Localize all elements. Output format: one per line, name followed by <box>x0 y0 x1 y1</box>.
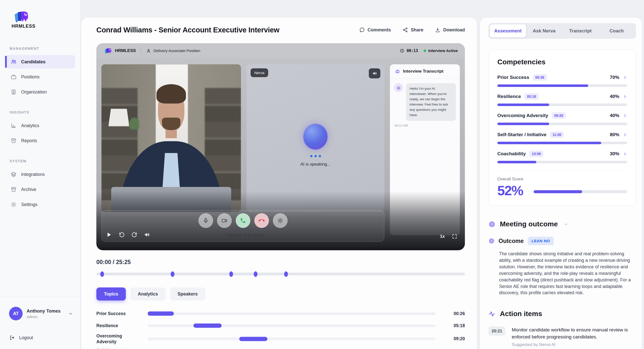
sidebar-item-integrations[interactable]: Integrations <box>5 168 75 181</box>
tab-coach[interactable]: Coach <box>598 24 635 37</box>
transcript-messages[interactable]: Hello! I'm your AI interviewer. When you… <box>390 79 460 132</box>
video-player[interactable]: HRMLESS Delivery Associate Position 00:1… <box>96 43 465 250</box>
seek-marker[interactable] <box>229 271 233 277</box>
archive-box-icon <box>11 138 17 144</box>
call-controls-panel: Interview in progress <box>101 210 384 242</box>
candidate-video-tile <box>101 64 241 212</box>
section-label-system: SYSTEM <box>0 159 80 163</box>
fullscreen-icon[interactable] <box>452 234 457 239</box>
camera-button[interactable] <box>217 213 232 228</box>
sidebar-divider <box>0 296 80 296</box>
ai-speaking-label: AI is speaking... <box>300 162 331 167</box>
sidebar-item-candidates[interactable]: Candidates <box>5 55 75 69</box>
meeting-outcome-title: Meeting outcome <box>500 220 558 228</box>
photo-plant <box>129 118 139 129</box>
seek-marker[interactable] <box>284 271 288 277</box>
rewind-button[interactable] <box>119 232 125 238</box>
logo-text: HRMLESS <box>12 24 80 29</box>
rotate-cw-icon <box>131 232 137 238</box>
call-settings-button[interactable] <box>273 213 288 228</box>
sidebar-item-reports[interactable]: Reports <box>5 134 75 147</box>
activity-icon <box>489 311 495 317</box>
timestamp-badge: 00:26 <box>533 74 547 81</box>
logout-label: Logout <box>19 335 33 340</box>
topic-row[interactable]: Resilience 05:18 <box>96 321 465 330</box>
mic-button[interactable] <box>198 213 213 228</box>
overall-score-bar <box>534 190 627 193</box>
camera-icon <box>221 218 227 224</box>
logout-button[interactable]: Logout <box>0 335 80 340</box>
comments-button[interactable]: Comments <box>359 27 391 33</box>
sidebar-item-organization[interactable]: Organization <box>5 85 75 99</box>
timestamp-badge: 09:20 <box>552 112 566 119</box>
call-status-label: Interview in progress <box>150 232 340 237</box>
user-role: Admin <box>27 315 64 319</box>
play-button[interactable] <box>106 231 112 238</box>
seek-bar[interactable] <box>96 273 465 275</box>
action-item: 20:21 Monitor candidate workflow to ensu… <box>489 326 636 347</box>
message-timestamp: 08:13 AM <box>394 124 456 127</box>
tab-speakers[interactable]: Speakers <box>170 287 205 301</box>
playback-speed[interactable]: 1x <box>440 234 445 239</box>
topic-row[interactable]: Overcoming Adversity 09:20 <box>96 333 465 345</box>
seek-marker[interactable] <box>100 271 104 277</box>
avatar: AT <box>9 307 23 320</box>
topic-segment[interactable] <box>148 312 174 316</box>
competencies-title: Competencies <box>497 58 627 66</box>
clock-icon <box>400 48 404 53</box>
topic-segment[interactable] <box>193 324 222 328</box>
topic-row[interactable]: Self-Starter / Initiative 11:00 <box>96 348 465 349</box>
timestamp-badge: 11:00 <box>550 131 564 138</box>
download-button[interactable]: Download <box>435 27 465 33</box>
competency-row[interactable]: Prior Success 00:26 70% <box>497 74 627 87</box>
volume-button[interactable] <box>144 232 150 238</box>
sidebar-item-positions[interactable]: Positions <box>5 70 75 84</box>
building-icon <box>11 89 17 95</box>
download-icon <box>435 27 440 33</box>
transcript-message: Hello! I'm your AI interviewer. When you… <box>394 83 456 121</box>
sidebar-item-label: Organization <box>21 89 47 95</box>
page-title: Conrad Williams - Senior Account Executi… <box>96 26 279 34</box>
topic-segment[interactable] <box>239 337 267 341</box>
section-label-management: MANAGEMENT <box>0 46 80 51</box>
timestamp-badge: 05:18 <box>525 93 539 100</box>
candidate-beard <box>162 118 180 130</box>
accept-call-button[interactable] <box>236 213 250 228</box>
share-button[interactable]: Share <box>403 27 423 33</box>
user-menu[interactable]: AT Anthony Tomes Admin <box>0 307 80 320</box>
chevron-down-icon[interactable] <box>564 222 569 227</box>
bison-logo-icon <box>12 10 30 23</box>
person-icon <box>146 48 151 53</box>
seek-marker[interactable] <box>254 271 257 277</box>
timestamp-badge: 13:09 <box>529 151 543 157</box>
chevron-right-icon[interactable] <box>623 133 627 137</box>
competency-row[interactable]: Coachability 13:09 30% <box>497 151 627 163</box>
end-call-button[interactable] <box>254 213 269 228</box>
seek-marker[interactable] <box>171 271 175 277</box>
overall-score-value: 52% <box>497 183 523 198</box>
tab-transcript[interactable]: Transcript <box>562 24 598 37</box>
sidebar-item-analytics[interactable]: Analytics <box>5 119 75 132</box>
comment-icon <box>359 27 365 33</box>
tab-assessment[interactable]: Assessment <box>490 24 526 37</box>
chevron-right-icon[interactable] <box>623 152 627 156</box>
tab-topics[interactable]: Topics <box>96 287 126 301</box>
sidebar-item-archive[interactable]: Archive <box>5 183 75 196</box>
tab-ask-nerva[interactable]: Ask Nerva <box>526 24 562 37</box>
chevron-right-icon[interactable] <box>623 75 627 80</box>
competency-row[interactable]: Self-Starter / Initiative 11:00 80% <box>497 131 627 144</box>
sidebar-item-label: Settings <box>21 202 37 207</box>
sidebar-item-settings[interactable]: Settings <box>5 198 75 211</box>
chevron-right-icon[interactable] <box>623 94 627 99</box>
play-icon <box>106 231 112 238</box>
topic-row[interactable]: Prior Success 00:26 <box>96 309 465 318</box>
competency-row[interactable]: Overcoming Adversity 09:20 40% <box>497 112 627 125</box>
action-timestamp[interactable]: 20:21 <box>489 326 505 336</box>
forward-button[interactable] <box>131 232 137 238</box>
tab-analytics[interactable]: Analytics <box>130 287 166 301</box>
score-bar <box>497 161 627 163</box>
chevron-right-icon[interactable] <box>623 114 627 118</box>
player-brand: HRMLESS <box>115 48 136 53</box>
layers-icon <box>11 171 17 177</box>
competency-row[interactable]: Resilience 05:18 40% <box>497 93 627 106</box>
